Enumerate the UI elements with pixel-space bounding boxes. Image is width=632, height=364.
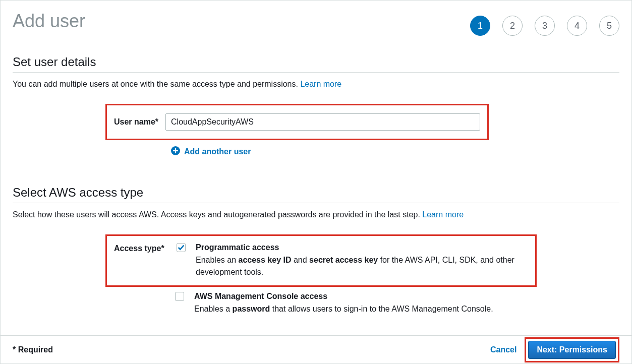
page-title: Add user (13, 11, 85, 32)
username-highlight: User name* (105, 104, 489, 140)
select-access-type-title: Select AWS access type (13, 186, 619, 203)
step-5[interactable]: 5 (599, 16, 619, 36)
add-another-user-button[interactable]: Add another user (171, 146, 619, 157)
learn-more-access-link[interactable]: Learn more (422, 210, 464, 219)
learn-more-link[interactable]: Learn more (300, 80, 341, 88)
programmatic-access-desc: Enables an access key ID and secret acce… (196, 254, 528, 278)
select-access-type-desc: Select how these users will access AWS. … (13, 210, 619, 219)
step-4[interactable]: 4 (567, 16, 587, 36)
next-button-highlight: Next: Permissions (525, 337, 619, 362)
add-user-page: Add user 1 2 3 4 5 Set user details You … (0, 0, 632, 364)
console-access-desc: Enables a password that allows users to … (194, 303, 530, 315)
console-access-title: AWS Management Console access (194, 292, 530, 301)
access-type-label: Access type* (114, 243, 169, 253)
set-user-details-title: Set user details (13, 55, 619, 73)
step-1[interactable]: 1 (470, 16, 490, 36)
programmatic-access-title: Programmatic access (196, 243, 528, 252)
plus-circle-icon (171, 146, 180, 157)
step-2[interactable]: 2 (502, 16, 523, 36)
next-permissions-button[interactable]: Next: Permissions (528, 341, 616, 359)
cancel-button[interactable]: Cancel (490, 345, 516, 354)
required-note: * Required (13, 345, 53, 354)
console-access-checkbox[interactable] (175, 292, 184, 301)
set-user-details-desc: You can add multiple users at once with … (13, 80, 619, 89)
access-type-highlight: Access type* Programmatic access Enables… (105, 234, 537, 287)
add-another-user-label: Add another user (184, 147, 251, 156)
footer-bar: * Required Cancel Next: Permissions (1, 335, 631, 363)
step-indicator: 1 2 3 4 5 (470, 11, 619, 36)
console-access-option: AWS Management Console access Enables a … (105, 287, 537, 315)
programmatic-access-checkbox[interactable] (177, 243, 186, 252)
username-label: User name* (114, 117, 158, 127)
step-3[interactable]: 3 (535, 16, 555, 36)
username-input[interactable] (165, 113, 480, 131)
svg-rect-2 (173, 150, 178, 151)
